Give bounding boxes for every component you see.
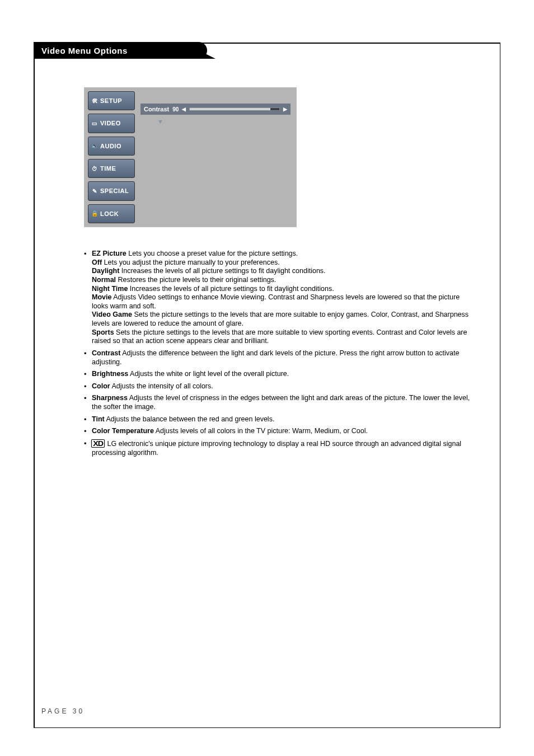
arrow-left-icon[interactable]: ◀ (182, 106, 186, 112)
description-item: Sharpness Adjusts the level of crispness… (84, 394, 477, 411)
sub-option: Sports Sets the picture settings to the … (92, 328, 477, 346)
slider-label: Contrast (144, 106, 169, 112)
term: EZ Picture (92, 250, 127, 257)
arrow-down-icon[interactable]: ▼ (140, 115, 291, 125)
term: Tint (92, 415, 105, 423)
sub-option: Night Time Increases the levels of all p… (92, 285, 477, 294)
osd-tab-label: SETUP (100, 97, 122, 104)
sub-option: Off Lets you adjust the picture manually… (92, 259, 477, 267)
wand-icon: ✎ (91, 187, 99, 195)
osd-tab-time[interactable]: ⏱ TIME (88, 159, 135, 178)
slider-fill (190, 108, 270, 110)
term: Brightness (92, 370, 128, 378)
osd-tab-lock[interactable]: 🔒 LOCK (88, 204, 135, 223)
heading-text: Video Menu Options (41, 46, 128, 55)
contrast-slider-row[interactable]: Contrast 90 ◀ ▶ (140, 104, 291, 115)
description-list: EZ Picture Lets you choose a preset valu… (84, 250, 477, 457)
osd-tab-label: AUDIO (100, 143, 121, 149)
osd-menu: 🛠 SETUP ▭ VIDEO 🔈 AUDIO ⏱ TIME (84, 87, 297, 227)
arrow-right-icon[interactable]: ▶ (283, 106, 287, 112)
description-item: Color Adjusts the intensity of all color… (84, 382, 477, 391)
osd-tab-list: 🛠 SETUP ▭ VIDEO 🔈 AUDIO ⏱ TIME (85, 88, 135, 227)
description-item: XD LG electronic's unique picture improv… (84, 439, 477, 457)
osd-tab-video[interactable]: ▭ VIDEO (88, 114, 135, 133)
description-item: Color Temperature Adjusts levels of all … (84, 427, 477, 436)
description-item: Brightness Adjusts the white or light le… (84, 370, 477, 379)
screen-icon: ▭ (91, 119, 99, 127)
slider-track[interactable] (189, 107, 280, 111)
speaker-icon: 🔈 (91, 142, 99, 150)
term: Contrast (92, 349, 120, 357)
lock-icon: 🔒 (91, 210, 99, 218)
page-number: PAGE 30 (41, 707, 85, 715)
sub-option: Video Game Sets the picture settings to … (92, 311, 477, 328)
wrench-icon: 🛠 (91, 97, 99, 105)
section-heading: Video Menu Options (34, 42, 199, 59)
osd-tab-special[interactable]: ✎ SPECIAL (88, 181, 135, 200)
osd-tab-label: VIDEO (100, 120, 121, 126)
description-item: EZ Picture Lets you choose a preset valu… (84, 250, 477, 346)
osd-tab-label: SPECIAL (100, 187, 129, 194)
description-item: Contrast Adjusts the difference between … (84, 349, 477, 367)
term: Color Temperature (92, 427, 154, 435)
term: Color (92, 382, 110, 390)
xd-logo-icon: XD (91, 439, 105, 448)
clock-icon: ⏱ (91, 165, 99, 172)
sub-option: Daylight Increases the levels of all pic… (92, 267, 477, 276)
description-item: Tint Adjusts the balance between the red… (84, 415, 477, 424)
osd-tab-label: LOCK (100, 210, 119, 217)
slider-value: 90 (172, 106, 179, 112)
osd-tab-label: TIME (100, 165, 116, 172)
sub-option: Movie Adjusts Video settings to enhance … (92, 293, 477, 311)
osd-tab-audio[interactable]: 🔈 AUDIO (88, 137, 135, 156)
term: Sharpness (92, 394, 128, 402)
osd-tab-setup[interactable]: 🛠 SETUP (88, 91, 135, 110)
sub-option: Normal Restores the picture levels to th… (92, 276, 477, 285)
